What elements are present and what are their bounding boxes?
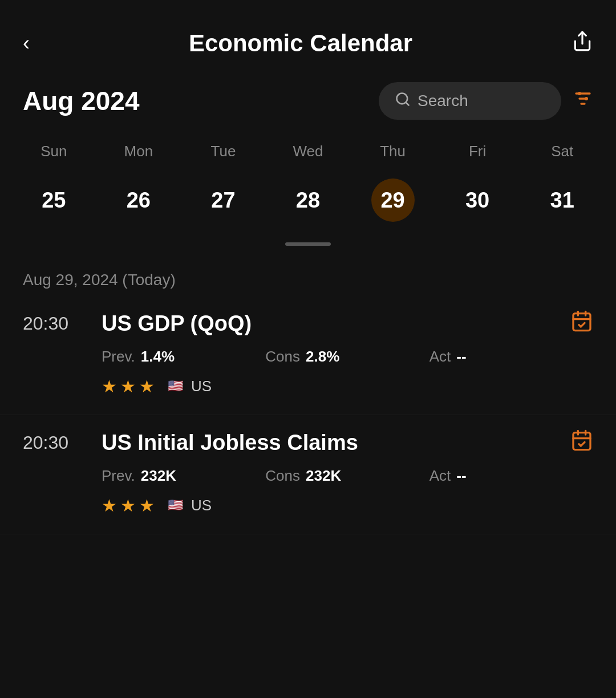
star-2-jobless: ★ bbox=[120, 496, 136, 516]
stars-gdp: ★ ★ ★ bbox=[102, 376, 155, 396]
day-header-wed: Wed bbox=[266, 138, 351, 165]
stat-prev-gdp: Prev. 1.4% bbox=[102, 348, 265, 366]
day-header-tue: Tue bbox=[181, 138, 266, 165]
stat-cons-value-jobless: 232K bbox=[306, 467, 341, 485]
stat-prev-label-jobless: Prev. bbox=[102, 467, 135, 485]
scroll-indicator bbox=[0, 238, 616, 255]
event-card-jobless: 20:30 US Initial Jobless Claims Prev. 23… bbox=[0, 415, 616, 534]
today-label: Aug 29, 2024 (Today) bbox=[0, 255, 616, 296]
event-header-jobless: 20:30 US Initial Jobless Claims bbox=[23, 429, 593, 457]
svg-point-6 bbox=[578, 92, 581, 95]
controls-row: Aug 2024 Search bbox=[0, 71, 616, 129]
stat-act-jobless: Act -- bbox=[429, 467, 593, 485]
event-time-title-gdp: 20:30 US GDP (QoQ) bbox=[23, 311, 252, 336]
day-headers: Sun Mon Tue Wed Thu Fri Sat bbox=[11, 138, 605, 165]
day-30[interactable]: 30 bbox=[435, 172, 520, 229]
stat-prev-value-gdp: 1.4% bbox=[141, 348, 175, 366]
today-circle: 29 bbox=[371, 178, 415, 222]
country-label-jobless: US bbox=[191, 497, 212, 514]
star-2-gdp: ★ bbox=[120, 376, 136, 396]
country-flag-gdp: 🇺🇸 US bbox=[165, 376, 212, 396]
scroll-bar bbox=[285, 242, 331, 246]
stat-prev-jobless: Prev. 232K bbox=[102, 467, 265, 485]
calendar-grid: Sun Mon Tue Wed Thu Fri Sat 25 26 27 28 … bbox=[0, 129, 616, 229]
search-icon bbox=[395, 91, 411, 111]
search-placeholder: Search bbox=[418, 92, 468, 110]
day-26[interactable]: 26 bbox=[96, 172, 181, 229]
stat-act-value-gdp: -- bbox=[456, 348, 466, 366]
stat-prev-label-gdp: Prev. bbox=[102, 348, 135, 366]
star-3-gdp: ★ bbox=[139, 376, 155, 396]
page-title: Economic Calendar bbox=[30, 30, 572, 57]
stat-act-label-jobless: Act bbox=[429, 467, 451, 485]
day-25[interactable]: 25 bbox=[11, 172, 96, 229]
event-calendar-icon-jobless[interactable] bbox=[570, 429, 593, 457]
share-icon[interactable] bbox=[572, 30, 593, 56]
svg-line-2 bbox=[406, 102, 408, 105]
day-numbers: 25 26 27 28 29 30 31 bbox=[11, 172, 605, 229]
country-label-gdp: US bbox=[191, 378, 212, 395]
svg-rect-12 bbox=[573, 433, 590, 450]
star-1-gdp: ★ bbox=[102, 376, 117, 396]
stat-cons-jobless: Cons 232K bbox=[265, 467, 429, 485]
header: ‹ Economic Calendar bbox=[0, 0, 616, 71]
flag-circle-gdp: 🇺🇸 bbox=[165, 376, 185, 396]
stat-cons-label-gdp: Cons bbox=[265, 348, 300, 366]
stat-act-value-jobless: -- bbox=[456, 467, 466, 485]
day-header-sat: Sat bbox=[520, 138, 605, 165]
day-28[interactable]: 28 bbox=[266, 172, 351, 229]
day-header-thu: Thu bbox=[350, 138, 435, 165]
event-title-gdp: US GDP (QoQ) bbox=[102, 311, 252, 336]
search-bar[interactable]: Search bbox=[379, 82, 561, 120]
country-flag-jobless: 🇺🇸 US bbox=[165, 495, 212, 516]
event-time-title-jobless: 20:30 US Initial Jobless Claims bbox=[23, 431, 358, 455]
event-card-gdp: 20:30 US GDP (QoQ) Prev. 1.4% Cons 2.8% … bbox=[0, 296, 616, 415]
day-header-sun: Sun bbox=[11, 138, 96, 165]
stat-act-gdp: Act -- bbox=[429, 348, 593, 366]
day-header-mon: Mon bbox=[96, 138, 181, 165]
svg-rect-8 bbox=[573, 314, 590, 331]
event-stats-gdp: Prev. 1.4% Cons 2.8% Act -- bbox=[23, 348, 593, 366]
stat-prev-value-jobless: 232K bbox=[141, 467, 176, 485]
controls-right: Search bbox=[379, 82, 593, 120]
stat-cons-gdp: Cons 2.8% bbox=[265, 348, 429, 366]
star-3-jobless: ★ bbox=[139, 496, 155, 516]
stat-cons-value-gdp: 2.8% bbox=[306, 348, 339, 366]
day-29-today[interactable]: 29 bbox=[350, 172, 435, 229]
day-27[interactable]: 27 bbox=[181, 172, 266, 229]
svg-point-7 bbox=[585, 97, 588, 100]
event-meta-gdp: ★ ★ ★ 🇺🇸 US bbox=[23, 376, 593, 396]
event-header-gdp: 20:30 US GDP (QoQ) bbox=[23, 310, 593, 338]
day-31[interactable]: 31 bbox=[520, 172, 605, 229]
stat-cons-label-jobless: Cons bbox=[265, 467, 300, 485]
event-time-jobless: 20:30 bbox=[23, 432, 86, 453]
stars-jobless: ★ ★ ★ bbox=[102, 496, 155, 516]
day-header-fri: Fri bbox=[435, 138, 520, 165]
flag-circle-jobless: 🇺🇸 bbox=[165, 495, 185, 516]
event-time-gdp: 20:30 bbox=[23, 313, 86, 334]
filter-icon[interactable] bbox=[573, 88, 593, 113]
stat-act-label-gdp: Act bbox=[429, 348, 451, 366]
event-meta-jobless: ★ ★ ★ 🇺🇸 US bbox=[23, 495, 593, 516]
star-1-jobless: ★ bbox=[102, 496, 117, 516]
event-title-jobless: US Initial Jobless Claims bbox=[102, 431, 358, 455]
event-calendar-icon-gdp[interactable] bbox=[570, 310, 593, 338]
back-button[interactable]: ‹ bbox=[23, 33, 30, 54]
month-label: Aug 2024 bbox=[23, 86, 140, 116]
event-stats-jobless: Prev. 232K Cons 232K Act -- bbox=[23, 467, 593, 485]
